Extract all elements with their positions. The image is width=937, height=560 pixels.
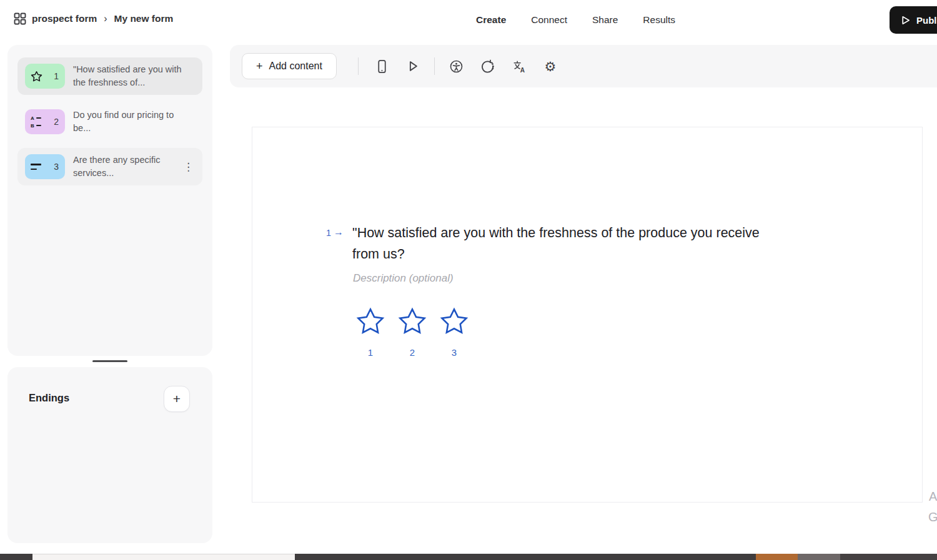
rating-option-1[interactable]: 1 bbox=[355, 307, 385, 358]
question-canvas[interactable]: 1 → "How satisfied are you with the fres… bbox=[252, 127, 923, 503]
rating-label: 1 bbox=[368, 347, 373, 358]
add-ending-button[interactable]: + bbox=[164, 386, 190, 412]
question-1-number: 1 bbox=[54, 71, 59, 81]
star-rating-icon bbox=[31, 71, 42, 82]
top-bar: prospect form › My new form Create Conne… bbox=[0, 0, 937, 40]
question-number: 1 bbox=[326, 228, 331, 238]
toolbar-divider bbox=[434, 57, 435, 75]
add-content-label: Add content bbox=[269, 61, 322, 72]
bottom-taskbar-strip bbox=[0, 554, 937, 560]
question-title-input[interactable]: "How satisfied are you with the freshnes… bbox=[352, 222, 785, 265]
questions-panel: 1 "How satisfied are you with the freshn… bbox=[7, 45, 212, 356]
question-3-title: Are there any specific services... bbox=[73, 154, 184, 180]
taskbar-segment-orange bbox=[756, 554, 798, 560]
panel-resize-handle[interactable] bbox=[92, 360, 127, 362]
publish-icon bbox=[900, 15, 911, 26]
tab-results[interactable]: Results bbox=[643, 14, 675, 26]
taskbar-segment bbox=[295, 554, 756, 560]
svg-text:A: A bbox=[520, 66, 524, 73]
taskbar-segment-gray bbox=[798, 554, 840, 560]
question-index: 1 → bbox=[326, 227, 344, 238]
multiple-choice-icon: A B bbox=[31, 115, 41, 129]
publish-button[interactable]: Publish bbox=[890, 6, 937, 34]
breadcrumb: prospect form › My new form bbox=[14, 12, 173, 25]
workspace-grid-icon[interactable] bbox=[14, 12, 26, 25]
taskbar-segment bbox=[840, 554, 937, 560]
breadcrumb-form-name[interactable]: My new form bbox=[114, 13, 174, 24]
question-3-number: 3 bbox=[54, 162, 59, 172]
clipped-right-text-2: G bbox=[928, 510, 937, 524]
question-item-1[interactable]: 1 "How satisfied are you with the freshn… bbox=[17, 57, 202, 95]
rating-option-3[interactable]: 3 bbox=[439, 307, 469, 358]
question-1-badge: 1 bbox=[25, 64, 65, 89]
taskbar-segment bbox=[0, 554, 32, 560]
preview-play-icon[interactable] bbox=[405, 59, 420, 74]
clipped-right-text-1: A bbox=[929, 489, 937, 504]
settings-gear-icon[interactable]: ⚙ bbox=[543, 59, 558, 74]
tab-create[interactable]: Create bbox=[476, 14, 506, 26]
question-item-3[interactable]: 3 Are there any specific services... ⋮ bbox=[17, 148, 202, 185]
question-3-menu-icon[interactable]: ⋮ bbox=[183, 160, 194, 174]
question-item-2[interactable]: A B 2 Do you find our pricing to be... bbox=[17, 103, 202, 140]
canvas-toolbar: + Add content bbox=[230, 45, 937, 87]
question-2-number: 2 bbox=[54, 117, 59, 127]
taskbar-preview-strip bbox=[32, 554, 295, 560]
rating-label: 3 bbox=[452, 347, 457, 358]
plus-icon: + bbox=[173, 391, 181, 406]
endings-panel: Endings + bbox=[7, 367, 212, 543]
question-2-badge: A B 2 bbox=[25, 109, 65, 134]
question-1-title: "How satisfied are you with the freshnes… bbox=[73, 63, 184, 89]
rating-label: 2 bbox=[410, 347, 415, 358]
rating-option-2[interactable]: 2 bbox=[397, 307, 427, 358]
publish-label: Publish bbox=[916, 15, 937, 26]
question-2-title: Do you find our pricing to be... bbox=[73, 109, 184, 135]
form-builder-app: prospect form › My new form Create Conne… bbox=[0, 0, 937, 560]
star-rating-scale: 1 2 3 bbox=[355, 307, 469, 358]
breadcrumb-separator: › bbox=[102, 13, 108, 24]
top-nav: Create Connect Share Results bbox=[476, 14, 675, 26]
accessibility-icon[interactable] bbox=[449, 59, 464, 74]
toolbar-divider bbox=[358, 57, 359, 75]
breadcrumb-workspace[interactable]: prospect form bbox=[32, 13, 97, 24]
add-content-button[interactable]: + Add content bbox=[242, 53, 337, 79]
version-history-icon[interactable] bbox=[480, 59, 495, 74]
tab-share[interactable]: Share bbox=[592, 14, 618, 26]
translate-icon[interactable]: A bbox=[512, 59, 527, 74]
short-text-icon bbox=[31, 164, 41, 170]
mobile-preview-icon[interactable] bbox=[374, 59, 389, 74]
question-description-placeholder[interactable]: Description (optional) bbox=[353, 272, 454, 285]
question-arrow-icon: → bbox=[334, 227, 344, 238]
tab-connect[interactable]: Connect bbox=[531, 14, 567, 26]
plus-icon: + bbox=[256, 60, 263, 73]
question-3-badge: 3 bbox=[25, 154, 65, 179]
endings-label: Endings bbox=[29, 392, 69, 404]
